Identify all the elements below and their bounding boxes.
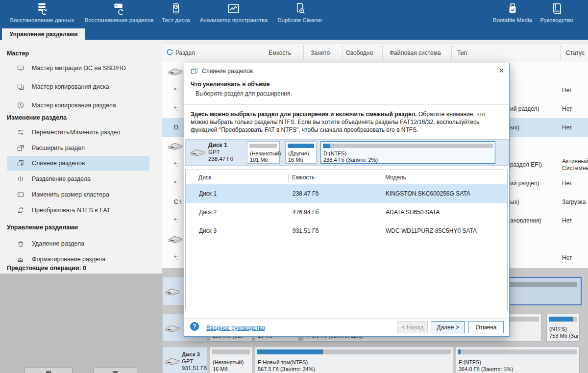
move-resize-icon [17, 129, 24, 136]
partition-status: Загрузка [562, 199, 588, 205]
disk-drive-icon [165, 357, 180, 367]
disk-table-row[interactable]: Диск 2476.94 ГбADATA SU650 SATA [186, 203, 507, 222]
partition-type-fragment: ых) [510, 199, 519, 205]
strip-partition-block[interactable]: (Другие)16 Мб [285, 141, 317, 164]
dialog-description: Здесь можно выбрать раздел для расширени… [191, 110, 503, 134]
toolbar-item-3[interactable]: Тест диска [162, 0, 190, 28]
toolbar-item-7[interactable]: Руководство [540, 0, 573, 28]
sidebar-item-label: Преобразовать NTFS в FAT [32, 207, 110, 214]
sidebar-item-label: Мастер копирования диска [32, 83, 109, 90]
partition-block[interactable]: F:(NTFS)364.0 Гб (Занято: 1%) [456, 347, 580, 373]
apply-button-cutoff[interactable] [24, 368, 73, 373]
partition-status: Нет [562, 217, 588, 224]
toolbar-item-1[interactable]: Восстановление данных [10, 0, 74, 28]
sidebar-item[interactable]: Разделение раздела [7, 172, 149, 186]
partition-status: Нет [562, 124, 588, 131]
sidebar-item[interactable]: Удаление раздела [7, 236, 149, 251]
sidebar-item[interactable]: Мастер копирования раздела [7, 98, 149, 113]
capacity-cell: 476.94 Гб [293, 209, 318, 216]
sidebar-item[interactable]: Мастер копирования диска [7, 79, 149, 94]
disk-label-cell[interactable]: Диск 3GPT931.51 Гб [163, 347, 208, 373]
disk-drive-icon [165, 287, 180, 298]
sidebar-item-label: Форматирование раздела [32, 256, 105, 263]
partition-row-label[interactable]: *: [174, 217, 178, 224]
disk-row-icon[interactable] [168, 67, 183, 76]
undo-button-cutoff[interactable] [93, 368, 137, 373]
dialog-subheading: Выберите раздел для расширения. [196, 90, 292, 97]
partition-row-label[interactable]: D: [174, 124, 180, 131]
usage-bar [323, 144, 493, 148]
toolbar-item-label: Анализатор пространства [200, 17, 268, 23]
usage-bar [212, 349, 250, 354]
dialog-column-header: Модель [385, 174, 406, 181]
column-separator [260, 45, 260, 60]
partition-row-label[interactable]: *: [174, 161, 178, 168]
sidebar-item[interactable]: Преобразовать NTFS в FAT [7, 203, 149, 218]
tab-partition-management[interactable]: Управление разделами [2, 28, 85, 40]
usage-bar [458, 349, 577, 354]
partition-block[interactable]: E:Новый том(NTFS)567.5 Гб (Занято: 34%) [255, 347, 453, 373]
back-button[interactable]: < Назад [397, 321, 428, 333]
partition-size: 567.5 Гб (Занято: 34%) [258, 366, 315, 372]
disk-row-icon[interactable] [168, 142, 183, 150]
disk-table-row[interactable]: Диск 1238.47 ГбKINGSTON SKC600256G SATA [186, 184, 507, 203]
partition-name: (Другие) [288, 150, 309, 156]
model-cell: WDC WD11PURZ-85C5HY0 SATA [386, 227, 477, 234]
toolbar-item-label: Duplicate Cleaner [277, 17, 322, 23]
column-separator [288, 172, 289, 183]
usage-bar [249, 144, 277, 148]
sidebar-item[interactable]: Мастер миграции ОС на SSD/HD [7, 61, 149, 75]
dialog-title: Слияние разделов [202, 68, 253, 75]
partition-block[interactable]: (Незанятый)16 Мб [210, 347, 252, 373]
disk-copy-icon [17, 83, 24, 90]
partition-row-label[interactable]: *: [174, 105, 178, 112]
toolbar-item-6[interactable]: Bootable Media [493, 0, 532, 28]
intro-guide-link[interactable]: Вводное руководство [206, 324, 265, 331]
toolbar-item-4[interactable]: Анализатор пространства [200, 0, 268, 28]
pending-operations-label: Предстоящие операции: 0 [7, 265, 86, 272]
disk-info: Диск 1 GPT 238.47 Гб [208, 142, 247, 162]
partition-row-label[interactable]: *: [174, 180, 178, 187]
partition-row-label[interactable]: C:\ [174, 199, 181, 205]
partition-type-fragment: ий раздел) [510, 180, 539, 187]
next-button[interactable]: Далее > [431, 321, 465, 333]
sidebar-item[interactable]: Переместить/Изменить раздел [7, 125, 149, 140]
sidebar-item-label: Мастер копирования раздела [32, 102, 116, 109]
cancel-button[interactable]: Отмена [468, 321, 504, 333]
disk-table-row[interactable]: Диск 3931.51 ГбWDC WD11PURZ-85C5HY0 SATA [186, 222, 507, 240]
disk-row-icon[interactable] [168, 235, 183, 244]
toolbar-item-2[interactable]: Восстановление разделов [85, 0, 154, 28]
delete-partition-icon [17, 240, 24, 247]
sidebar-item-label: Слияние разделов [32, 160, 85, 167]
partition-row-label[interactable]: *: [174, 87, 178, 94]
sidebar-item[interactable]: Слияние разделов [7, 156, 149, 171]
column-separator [451, 45, 452, 60]
disk-name: Диск 3 [182, 351, 207, 358]
refresh-icon[interactable] [166, 49, 174, 56]
column-header-5: Файловая система [390, 50, 441, 56]
partition-name: E:Новый том(NTFS) [258, 359, 308, 365]
sidebar-item-label: Расширить раздел [32, 145, 85, 151]
disk-size: 238.47 Гб [208, 155, 247, 162]
column-separator [303, 45, 304, 60]
convert-ntfs-fat-icon [17, 207, 24, 214]
partition-block[interactable]: (NTFS)753 Мб (Зан [546, 314, 580, 342]
partition-name: F:(NTFS) [459, 359, 481, 365]
partition-status: Нет [562, 105, 588, 112]
manual-icon [550, 1, 563, 17]
partition-row-label[interactable]: *: [174, 254, 178, 261]
sidebar-item[interactable]: Расширить раздел [7, 141, 149, 155]
description-bold: Здесь можно выбрать раздел для расширени… [191, 111, 417, 118]
partition-name: D:(NTFS) [323, 150, 346, 156]
strip-partition-block[interactable]: (Незанятый)101 Мб [247, 141, 280, 164]
column-header-7: Статус [566, 50, 585, 56]
disk-drive-icon [190, 148, 205, 157]
merge-partitions-dialog: Слияние разделов ✕ Что увеличивать в объ… [184, 63, 510, 337]
partition-type-fragment: ий раздел) [510, 105, 539, 112]
sidebar-item[interactable]: Изменить размер кластера [7, 187, 149, 202]
partition-status: Активный Системный [562, 158, 588, 172]
model-cell: ADATA SU650 SATA [386, 209, 440, 216]
toolbar-item-5[interactable]: Duplicate Cleaner [277, 0, 322, 28]
strip-partition-block[interactable]: D:(NTFS)238.4 Гб (Занято: 2%) [320, 141, 495, 164]
close-icon[interactable]: ✕ [497, 66, 506, 75]
